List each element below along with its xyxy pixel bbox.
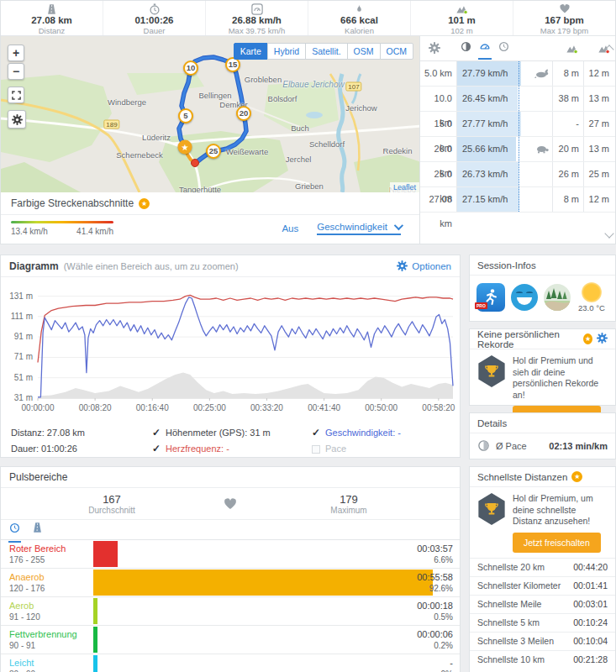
map-settings-button[interactable]	[8, 110, 26, 129]
splits-tab-speed[interactable]	[479, 41, 491, 55]
split-elevation-loss: 12 m	[583, 187, 615, 212]
end-marker[interactable]	[191, 159, 199, 167]
mood-icon[interactable]	[511, 284, 538, 311]
sun-icon	[582, 282, 602, 302]
pulse-tab-duration[interactable]	[9, 522, 20, 538]
map-layer-button[interactable]: Satellit.	[305, 43, 347, 60]
km-marker[interactable]: 5	[178, 108, 193, 123]
split-distance: 5.0 km	[420, 61, 457, 86]
fastest-distance-row[interactable]: Schnellste 20 km00:44:20	[470, 558, 615, 576]
pulse-maximum: 179 Maximum	[238, 493, 460, 515]
zone-range: 176 - 255	[9, 554, 66, 565]
zone-time: 00:03:57	[417, 543, 453, 554]
legend-heartrate-toggle[interactable]: ✓Herzfrequenz: -	[152, 441, 312, 457]
stat-value: 01:00:26	[103, 15, 205, 26]
svg-text:00:08:20: 00:08:20	[79, 403, 112, 412]
svg-text:131 m: 131 m	[9, 291, 33, 301]
check-icon: ✓	[152, 441, 161, 457]
map-attribution[interactable]: Leaflet	[390, 182, 419, 192]
svg-text:00:16:40: 00:16:40	[136, 403, 169, 412]
pulse-tab-distance[interactable]	[32, 522, 43, 538]
fastest-distance-row[interactable]: Schnellste 5 km00:10:24	[470, 613, 615, 632]
split-row[interactable]: 20.0 km25.66 km/h20 m13 m	[420, 137, 615, 162]
km-marker[interactable]: 20	[236, 106, 251, 121]
weather-block: 23.0 °C	[578, 282, 605, 312]
session-chart[interactable]: 31 m51 m71 m91 m111 m131 m00:00:0000:08:…	[1, 277, 460, 418]
fastest-distance-row[interactable]: Schnellster Kilometer00:01:41	[470, 576, 615, 595]
unlock-premium-button[interactable]: Jetzt freischalten	[513, 533, 601, 553]
pulse-title: Pulsbereiche	[9, 471, 67, 483]
svg-text:00:58:20: 00:58:20	[422, 403, 455, 412]
split-speed-cell: 27.15 km/h	[457, 187, 553, 212]
split-row[interactable]: 27.08 km27.15 km/h8 m12 m	[420, 187, 615, 213]
gradient-max-label: 41.4 km/h	[76, 227, 113, 236]
zone-time: 00:00:18	[417, 600, 453, 612]
stat-heart-rate: 167 bpm Max 179 bpm	[513, 1, 615, 35]
map-layer-button[interactable]: OCM	[380, 43, 414, 60]
start-marker[interactable]: ★	[178, 140, 192, 155]
svg-text:00:00:00: 00:00:00	[22, 403, 55, 412]
sections-off-button[interactable]: Aus	[282, 223, 298, 234]
svg-text:31 m: 31 m	[14, 393, 33, 402]
stats-bar: 27.08 km Distanz 01:00:26 Dauer 26.88 km…	[1, 1, 615, 36]
map-layer-button[interactable]: Hybrid	[267, 43, 306, 60]
fastest-time: 00:01:41	[573, 580, 608, 591]
map-place-label: Schelldorf	[309, 139, 345, 149]
pro-badge: PRO	[475, 302, 487, 309]
records-settings-button[interactable]	[597, 332, 608, 347]
splits-scroll-down[interactable]	[604, 228, 613, 238]
splits-panel: 5.0 km27.79 km/h8 m12 m10.0 km26.45 km/h…	[420, 36, 615, 244]
pulse-zone-row: Leicht80 - 90-0%	[1, 654, 460, 672]
splits-tab-pace[interactable]	[461, 41, 471, 55]
map-place-label: Tangerhütte	[179, 185, 221, 193]
split-row[interactable]: 5.0 km27.79 km/h8 m12 m	[420, 61, 615, 87]
map-fullscreen-button[interactable]	[8, 87, 24, 103]
pulse-maximum-label: Maximum	[238, 506, 460, 515]
splits-tab-duration[interactable]	[498, 41, 509, 55]
split-elevation-loss: 13 m	[583, 87, 615, 111]
heart-icon	[223, 497, 238, 511]
split-row[interactable]: 25.0 km26.73 km/h26 m25 m	[420, 162, 615, 187]
trophy-icon	[477, 355, 506, 387]
route-map[interactable]: WindbergeLüderitzBellingenDemkerGroblebe…	[1, 36, 419, 192]
zone-values: 00:00:060.2%	[417, 628, 453, 651]
map-zoom-in-button[interactable]: +	[8, 45, 24, 61]
split-elevation-gain: 8 m	[553, 187, 583, 212]
fastest-distance-row[interactable]: Schnellste 3 Meilen00:10:04	[470, 632, 615, 650]
stat-label: Kalorien	[308, 26, 410, 35]
split-elevation-gain: 38 m	[553, 87, 583, 111]
fastest-time: 00:03:01	[573, 599, 608, 609]
diagram-options-button[interactable]: Optionen	[397, 260, 451, 271]
road-number-badge: 189	[103, 120, 119, 129]
sport-type-icon[interactable]: PRO	[476, 283, 505, 312]
stat-elevation: 101 m 102 m	[411, 1, 513, 35]
details-title: Details	[477, 418, 507, 428]
legend-speed-toggle[interactable]: ✓Geschwindigkeit: -	[312, 425, 460, 441]
km-marker[interactable]: 25	[206, 144, 221, 159]
stat-label: Max 39.75 km/h	[206, 26, 308, 35]
fastest-distance-row[interactable]: Schnellste 10 km00:21:28	[470, 650, 615, 669]
zone-bar	[93, 570, 433, 596]
pulse-stats-row: 167 Durchschnitt 179 Maximum	[1, 488, 460, 520]
split-speed: 25.66 km/h	[462, 137, 508, 161]
legend-pace-toggle[interactable]: Pace	[312, 441, 460, 457]
split-speed: 26.45 km/h	[462, 87, 508, 111]
split-speed-cell: 27.77 km/h	[457, 112, 553, 136]
legend-elevation-toggle[interactable]: ✓Höhenmeter (GPS): 31 m	[152, 425, 312, 441]
splits-settings-button[interactable]	[429, 42, 440, 55]
map-layer-button[interactable]: OSM	[347, 43, 381, 60]
surface-icon[interactable]	[544, 284, 571, 311]
split-row[interactable]: 10.0 km26.45 km/h38 m13 m	[420, 87, 615, 112]
fastest-distance-row[interactable]: Schnellste Meile00:03:01	[470, 595, 615, 613]
fastest-label: Schnellste 10 km	[477, 654, 573, 664]
km-marker[interactable]: 10	[183, 60, 198, 76]
sections-mode-dropdown[interactable]: Geschwindigkeit	[317, 222, 401, 235]
map-zoom-out-button[interactable]: −	[8, 63, 24, 80]
map-layer-button[interactable]: Karte	[234, 43, 268, 60]
svg-text:00:25:00: 00:25:00	[193, 403, 226, 412]
zone-values: 00:00:180.5%	[417, 600, 453, 622]
split-row[interactable]: 15.0 km27.77 km/h-27 m	[420, 112, 615, 137]
details-card: Details Ø Pace 02:13 min/km	[469, 412, 616, 459]
average-speed-line	[519, 61, 519, 86]
zone-bar-area	[93, 570, 460, 596]
